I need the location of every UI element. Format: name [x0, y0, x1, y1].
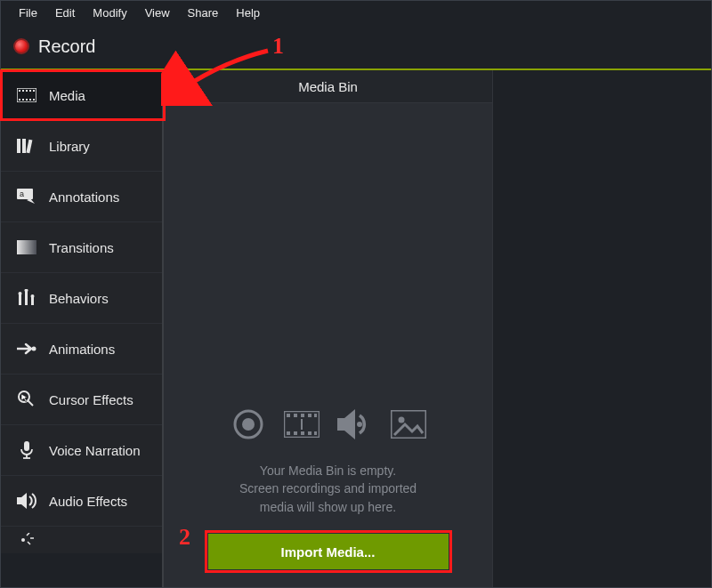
media-bin-panel: Media Bin — [164, 70, 493, 587]
menu-share[interactable]: Share — [179, 4, 228, 22]
record-circle-icon — [231, 407, 266, 442]
sidebar-item-label: Cursor Effects — [49, 392, 162, 407]
svg-rect-43 — [301, 431, 304, 435]
svg-rect-4 — [29, 90, 31, 92]
speaker-large-icon — [337, 407, 373, 442]
filmstrip-icon — [17, 85, 36, 105]
sidebar-item-label: Audio Effects — [49, 494, 162, 509]
media-bin-title: Media Bin — [164, 70, 492, 103]
svg-rect-28 — [24, 441, 29, 451]
record-icon[interactable] — [13, 38, 29, 54]
empty-line-1: Your Media Bin is empty. — [239, 462, 417, 479]
sidebar-item-label: Animations — [49, 342, 162, 357]
svg-rect-8 — [26, 99, 28, 101]
body: Media Library a — [1, 70, 711, 587]
sidebar-item-label: Annotations — [49, 189, 162, 205]
menu-edit[interactable]: Edit — [46, 4, 84, 22]
svg-rect-41 — [287, 431, 290, 435]
svg-rect-18 — [19, 294, 21, 305]
svg-rect-17 — [17, 240, 36, 254]
sliders-icon — [17, 288, 36, 308]
sidebar-item-label: Voice Narration — [49, 443, 162, 458]
filmstrip-large-icon — [284, 407, 320, 442]
svg-point-21 — [19, 292, 22, 295]
svg-rect-2 — [22, 90, 24, 92]
svg-rect-11 — [17, 139, 20, 153]
svg-line-26 — [28, 400, 33, 406]
svg-rect-36 — [287, 414, 290, 417]
svg-point-50 — [398, 417, 404, 423]
sidebar-item-transitions[interactable]: Transitions — [1, 222, 162, 273]
callout-icon: a — [17, 187, 36, 206]
sidebar-item-label: Library — [49, 139, 162, 154]
menu-view[interactable]: View — [136, 4, 179, 22]
books-icon — [17, 136, 36, 156]
empty-line-3: media will show up here. — [239, 498, 417, 516]
sidebar-item-voice-narration[interactable]: Voice Narration — [1, 425, 162, 476]
svg-rect-13 — [26, 140, 32, 154]
svg-rect-19 — [25, 291, 28, 305]
sidebar: Media Library a — [1, 70, 164, 587]
import-media-button[interactable]: Import Media... — [208, 534, 449, 569]
sidebar-item-behaviors[interactable]: Behaviors — [1, 273, 162, 324]
empty-line-2: Screen recordings and imported — [239, 479, 417, 497]
svg-rect-9 — [29, 99, 31, 101]
sidebar-item-audio-effects[interactable]: Audio Effects — [1, 476, 162, 527]
sidebar-item-library[interactable]: Library — [1, 121, 162, 172]
svg-text:a: a — [20, 189, 24, 198]
svg-marker-31 — [17, 493, 27, 509]
svg-marker-47 — [337, 409, 355, 439]
sidebar-item-media[interactable]: Media — [1, 70, 162, 121]
svg-rect-42 — [294, 431, 297, 435]
sidebar-item-label: Transitions — [49, 240, 162, 255]
cursor-magnify-icon — [17, 390, 36, 409]
svg-rect-44 — [308, 431, 312, 435]
menu-file[interactable]: File — [10, 4, 46, 22]
arrow-right-icon — [17, 339, 36, 358]
sidebar-item-animations[interactable]: Animations — [1, 324, 162, 375]
svg-rect-38 — [301, 414, 304, 417]
svg-rect-7 — [22, 99, 24, 101]
record-row: Record — [1, 24, 711, 68]
sidebar-item-label: Media — [49, 88, 162, 103]
svg-rect-1 — [19, 90, 20, 92]
media-type-icons — [231, 407, 426, 442]
svg-rect-6 — [19, 99, 20, 101]
svg-point-23 — [31, 294, 35, 298]
svg-rect-39 — [308, 414, 312, 417]
gradient-icon — [17, 238, 36, 257]
sidebar-item-cursor-effects[interactable]: Cursor Effects — [1, 375, 162, 425]
sidebar-item-label: Behaviors — [49, 291, 162, 306]
svg-rect-3 — [26, 90, 28, 92]
speaker-icon — [17, 491, 36, 511]
sparkle-icon — [17, 530, 36, 550]
svg-point-34 — [242, 418, 255, 431]
svg-rect-12 — [22, 139, 26, 153]
menu-modify[interactable]: Modify — [84, 4, 135, 22]
sidebar-item-annotations[interactable]: a Annotations — [1, 172, 162, 222]
empty-text: Your Media Bin is empty. Screen recordin… — [239, 462, 417, 516]
app-window: File Edit Modify View Share Help Record … — [0, 0, 712, 588]
mic-icon — [17, 440, 36, 460]
svg-rect-45 — [314, 431, 317, 435]
record-label[interactable]: Record — [38, 36, 95, 57]
svg-point-48 — [357, 422, 362, 427]
sidebar-item-more[interactable] — [1, 527, 162, 553]
svg-rect-10 — [33, 99, 35, 101]
svg-rect-5 — [33, 90, 35, 92]
menu-help[interactable]: Help — [227, 4, 269, 22]
svg-rect-20 — [31, 297, 34, 305]
svg-point-32 — [21, 538, 25, 542]
preview-pane — [493, 70, 711, 587]
svg-point-24 — [32, 347, 36, 351]
svg-rect-40 — [314, 414, 317, 417]
svg-rect-37 — [294, 414, 297, 417]
media-bin-empty-state: Your Media Bin is empty. Screen recordin… — [164, 103, 492, 587]
menubar: File Edit Modify View Share Help — [1, 1, 711, 24]
image-large-icon — [391, 407, 426, 442]
